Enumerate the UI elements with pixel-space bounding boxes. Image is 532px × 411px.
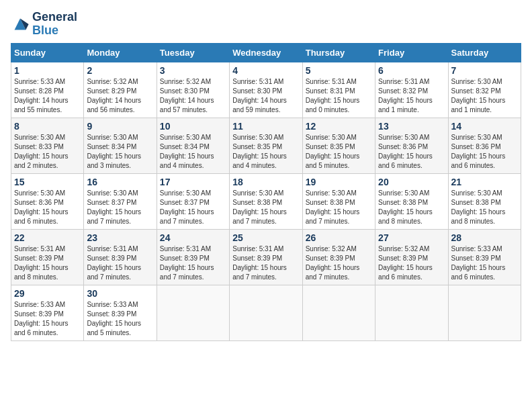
- calendar-cell: 3 Sunrise: 5:32 AM Sunset: 8:30 PM Dayli…: [157, 62, 229, 118]
- calendar-cell: 29 Sunrise: 5:33 AM Sunset: 8:39 PM Dayl…: [11, 285, 84, 340]
- calendar-cell: [302, 285, 375, 340]
- day-number: 2: [87, 65, 153, 76]
- day-info: Sunrise: 5:33 AM Sunset: 8:39 PM Dayligh…: [451, 244, 518, 282]
- calendar-cell: 4 Sunrise: 5:31 AM Sunset: 8:30 PM Dayli…: [230, 62, 302, 118]
- day-info: Sunrise: 5:30 AM Sunset: 8:37 PM Dayligh…: [87, 189, 153, 226]
- header-saturday: Saturday: [448, 43, 521, 62]
- day-number: 23: [87, 232, 153, 243]
- calendar-week-row: 15 Sunrise: 5:30 AM Sunset: 8:36 PM Dayl…: [11, 173, 521, 229]
- day-number: 26: [306, 232, 372, 243]
- day-info: Sunrise: 5:30 AM Sunset: 8:35 PM Dayligh…: [232, 133, 299, 171]
- day-number: 16: [87, 177, 153, 187]
- day-info: Sunrise: 5:32 AM Sunset: 8:39 PM Dayligh…: [306, 244, 372, 282]
- day-number: 5: [306, 65, 372, 76]
- calendar-cell: 25 Sunrise: 5:31 AM Sunset: 8:39 PM Dayl…: [230, 229, 302, 285]
- header-sunday: Sunday: [11, 43, 84, 62]
- calendar-cell: 9 Sunrise: 5:30 AM Sunset: 8:34 PM Dayli…: [84, 118, 157, 173]
- day-info: Sunrise: 5:30 AM Sunset: 8:34 PM Dayligh…: [160, 133, 226, 171]
- calendar-cell: 19 Sunrise: 5:30 AM Sunset: 8:38 PM Dayl…: [302, 173, 375, 229]
- calendar-cell: 27 Sunrise: 5:32 AM Sunset: 8:39 PM Dayl…: [375, 229, 448, 285]
- day-info: Sunrise: 5:31 AM Sunset: 8:32 PM Dayligh…: [378, 77, 445, 115]
- day-info: Sunrise: 5:33 AM Sunset: 8:39 PM Dayligh…: [14, 300, 81, 338]
- calendar-cell: 24 Sunrise: 5:31 AM Sunset: 8:39 PM Dayl…: [157, 229, 229, 285]
- day-info: Sunrise: 5:30 AM Sunset: 8:38 PM Dayligh…: [306, 189, 372, 226]
- page-header: General Blue: [11, 11, 521, 38]
- header-monday: Monday: [84, 43, 157, 62]
- day-info: Sunrise: 5:30 AM Sunset: 8:38 PM Dayligh…: [378, 189, 445, 226]
- day-info: Sunrise: 5:33 AM Sunset: 8:28 PM Dayligh…: [14, 77, 81, 115]
- day-info: Sunrise: 5:30 AM Sunset: 8:38 PM Dayligh…: [451, 189, 518, 226]
- calendar-table: Sunday Monday Tuesday Wednesday Thursday…: [11, 43, 521, 341]
- calendar-week-row: 1 Sunrise: 5:33 AM Sunset: 8:28 PM Dayli…: [11, 62, 521, 118]
- day-number: 17: [160, 177, 226, 187]
- calendar-cell: 15 Sunrise: 5:30 AM Sunset: 8:36 PM Dayl…: [11, 173, 84, 229]
- day-number: 15: [14, 177, 81, 187]
- calendar-cell: 7 Sunrise: 5:30 AM Sunset: 8:32 PM Dayli…: [448, 62, 521, 118]
- day-number: 29: [14, 288, 81, 299]
- logo-icon: [11, 15, 30, 34]
- day-number: 19: [306, 177, 372, 187]
- day-info: Sunrise: 5:30 AM Sunset: 8:36 PM Dayligh…: [451, 133, 518, 171]
- day-number: 24: [160, 232, 226, 243]
- day-number: 12: [306, 121, 372, 132]
- calendar-week-row: 22 Sunrise: 5:31 AM Sunset: 8:39 PM Dayl…: [11, 229, 521, 285]
- day-number: 28: [451, 232, 518, 243]
- logo: General Blue: [11, 11, 77, 38]
- day-number: 21: [451, 177, 518, 187]
- header-friday: Friday: [375, 43, 448, 62]
- day-number: 9: [87, 121, 153, 132]
- day-number: 20: [378, 177, 445, 187]
- calendar-cell: 18 Sunrise: 5:30 AM Sunset: 8:38 PM Dayl…: [230, 173, 302, 229]
- day-number: 13: [378, 121, 445, 132]
- calendar-cell: [448, 285, 521, 340]
- calendar-cell: [230, 285, 302, 340]
- calendar-cell: 17 Sunrise: 5:30 AM Sunset: 8:37 PM Dayl…: [157, 173, 229, 229]
- calendar-cell: 2 Sunrise: 5:32 AM Sunset: 8:29 PM Dayli…: [84, 62, 157, 118]
- day-number: 11: [232, 121, 299, 132]
- day-number: 8: [14, 121, 81, 132]
- calendar-cell: 12 Sunrise: 5:30 AM Sunset: 8:35 PM Dayl…: [302, 118, 375, 173]
- day-number: 27: [378, 232, 445, 243]
- day-info: Sunrise: 5:31 AM Sunset: 8:39 PM Dayligh…: [160, 244, 226, 282]
- day-number: 4: [232, 65, 299, 76]
- day-number: 22: [14, 232, 81, 243]
- day-info: Sunrise: 5:32 AM Sunset: 8:39 PM Dayligh…: [378, 244, 445, 282]
- day-info: Sunrise: 5:32 AM Sunset: 8:29 PM Dayligh…: [87, 77, 153, 115]
- calendar-cell: 28 Sunrise: 5:33 AM Sunset: 8:39 PM Dayl…: [448, 229, 521, 285]
- day-info: Sunrise: 5:31 AM Sunset: 8:39 PM Dayligh…: [14, 244, 81, 282]
- day-number: 7: [451, 65, 518, 76]
- day-number: 1: [14, 65, 81, 76]
- calendar-cell: 1 Sunrise: 5:33 AM Sunset: 8:28 PM Dayli…: [11, 62, 84, 118]
- day-number: 25: [232, 232, 299, 243]
- calendar-cell: 13 Sunrise: 5:30 AM Sunset: 8:36 PM Dayl…: [375, 118, 448, 173]
- day-info: Sunrise: 5:31 AM Sunset: 8:31 PM Dayligh…: [306, 77, 372, 115]
- day-info: Sunrise: 5:31 AM Sunset: 8:30 PM Dayligh…: [232, 77, 299, 115]
- calendar-week-row: 8 Sunrise: 5:30 AM Sunset: 8:33 PM Dayli…: [11, 118, 521, 173]
- calendar-cell: 16 Sunrise: 5:30 AM Sunset: 8:37 PM Dayl…: [84, 173, 157, 229]
- day-info: Sunrise: 5:30 AM Sunset: 8:36 PM Dayligh…: [378, 133, 445, 171]
- calendar-cell: 10 Sunrise: 5:30 AM Sunset: 8:34 PM Dayl…: [157, 118, 229, 173]
- calendar-cell: 23 Sunrise: 5:31 AM Sunset: 8:39 PM Dayl…: [84, 229, 157, 285]
- day-number: 10: [160, 121, 226, 132]
- header-tuesday: Tuesday: [157, 43, 229, 62]
- calendar-cell: 11 Sunrise: 5:30 AM Sunset: 8:35 PM Dayl…: [230, 118, 302, 173]
- day-info: Sunrise: 5:30 AM Sunset: 8:37 PM Dayligh…: [160, 189, 226, 226]
- day-number: 14: [451, 121, 518, 132]
- day-info: Sunrise: 5:30 AM Sunset: 8:35 PM Dayligh…: [306, 133, 372, 171]
- day-number: 3: [160, 65, 226, 76]
- day-number: 30: [87, 288, 153, 299]
- day-info: Sunrise: 5:30 AM Sunset: 8:33 PM Dayligh…: [14, 133, 81, 171]
- calendar-cell: 5 Sunrise: 5:31 AM Sunset: 8:31 PM Dayli…: [302, 62, 375, 118]
- day-info: Sunrise: 5:30 AM Sunset: 8:32 PM Dayligh…: [451, 77, 518, 115]
- calendar-cell: 22 Sunrise: 5:31 AM Sunset: 8:39 PM Dayl…: [11, 229, 84, 285]
- calendar-cell: 14 Sunrise: 5:30 AM Sunset: 8:36 PM Dayl…: [448, 118, 521, 173]
- day-info: Sunrise: 5:30 AM Sunset: 8:38 PM Dayligh…: [232, 189, 299, 226]
- day-info: Sunrise: 5:33 AM Sunset: 8:39 PM Dayligh…: [87, 300, 153, 338]
- calendar-cell: [375, 285, 448, 340]
- day-header-row: Sunday Monday Tuesday Wednesday Thursday…: [11, 43, 521, 62]
- header-thursday: Thursday: [302, 43, 375, 62]
- calendar-cell: 8 Sunrise: 5:30 AM Sunset: 8:33 PM Dayli…: [11, 118, 84, 173]
- logo-text: General Blue: [32, 11, 77, 38]
- day-info: Sunrise: 5:32 AM Sunset: 8:30 PM Dayligh…: [160, 77, 226, 115]
- day-number: 18: [232, 177, 299, 187]
